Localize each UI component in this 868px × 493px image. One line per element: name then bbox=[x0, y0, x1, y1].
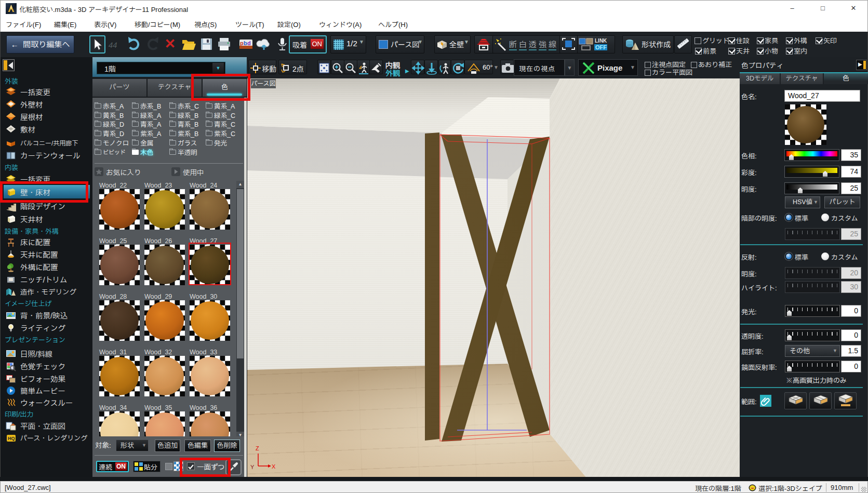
svg-text:OFF: OFF bbox=[595, 44, 607, 50]
svg-text:Z: Z bbox=[256, 445, 259, 451]
svg-text:44: 44 bbox=[108, 41, 118, 49]
svg-text:b: b bbox=[244, 40, 247, 46]
svg-text:LINK: LINK bbox=[595, 38, 607, 44]
svg-text:p: p bbox=[240, 40, 244, 46]
svg-text:Y: Y bbox=[250, 464, 255, 470]
svg-text:d: d bbox=[247, 40, 251, 46]
svg-text:X: X bbox=[272, 463, 276, 470]
svg-text:HQ: HQ bbox=[8, 436, 15, 441]
